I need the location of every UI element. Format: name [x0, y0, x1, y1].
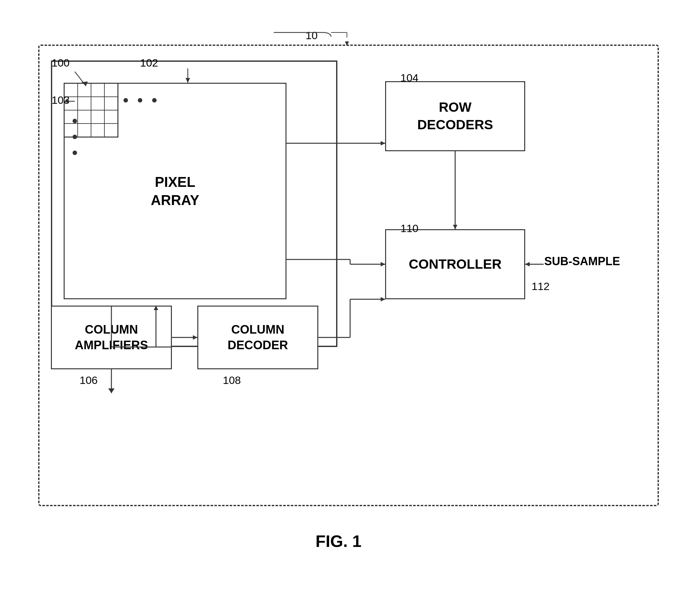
grid-cell [64, 124, 78, 137]
ref-102: 102 [140, 57, 158, 69]
grid-cell [91, 83, 104, 97]
subsample-label: SUB-SAMPLE [544, 255, 620, 268]
column-amplifiers-label: COLUMN AMPLIFIERS [75, 322, 148, 353]
pixel-array-label: PIXEL ARRAY [151, 173, 199, 209]
grid-cell [78, 124, 91, 137]
pixel-grid [64, 83, 119, 137]
ref-104: 104 [400, 72, 418, 84]
ref-100: 100 [52, 57, 70, 69]
grid-cell [78, 110, 91, 124]
row-decoders-label: ROW DECODERS [417, 99, 493, 133]
grid-cell [104, 110, 118, 124]
column-decoder-label: COLUMN DECODER [228, 322, 288, 353]
grid-cell [91, 97, 104, 110]
controller-label: CONTROLLER [409, 256, 502, 273]
grid-cell [104, 83, 118, 97]
column-amplifiers-box: COLUMN AMPLIFIERS [51, 306, 172, 369]
grid-cell [104, 97, 118, 110]
grid-cell [78, 97, 91, 110]
grid-cell [78, 83, 91, 97]
grid-cell [64, 110, 78, 124]
ref-103: 103 [52, 94, 70, 106]
ref-106: 106 [80, 374, 98, 387]
row-decoders-box: ROW DECODERS [385, 81, 525, 151]
grid-cell [91, 124, 104, 137]
ref-10: 10 [306, 29, 318, 42]
figure-label: FIG. 1 [315, 532, 361, 551]
grid-cell [104, 124, 118, 137]
controller-box: CONTROLLER [385, 229, 525, 299]
ref-108: 108 [223, 374, 241, 387]
column-decoder-box: COLUMN DECODER [197, 306, 318, 369]
ref-112: 112 [532, 280, 550, 293]
grid-cell [91, 110, 104, 124]
ref-110: 110 [400, 222, 418, 235]
